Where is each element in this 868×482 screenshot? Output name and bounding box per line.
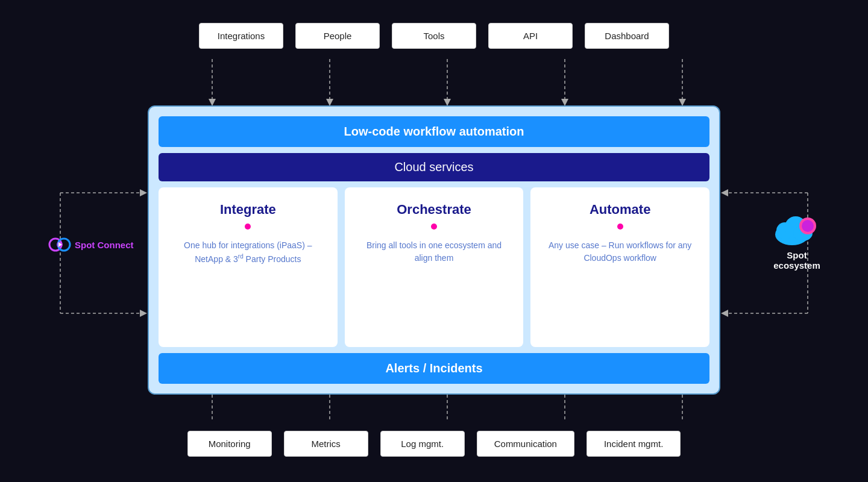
automate-card: Automate Any use case – Run workflows fo… [530, 187, 709, 347]
automate-title: Automate [590, 202, 650, 218]
svg-point-39 [802, 220, 814, 232]
spot-connect-label: Spot Connect [75, 240, 134, 250]
svg-marker-27 [721, 189, 728, 196]
alerts-bar: Alerts / Incidents [159, 353, 709, 384]
orchestrate-text: Bring all tools in one ecosystem and ali… [357, 239, 512, 264]
bottom-labels: Monitoring Metrics Log mgmt. Communicati… [148, 431, 720, 457]
orchestrate-card: Orchestrate Bring all tools in one ecosy… [345, 187, 524, 347]
workflow-bar: Low-code workflow automation [159, 116, 709, 147]
integrate-text: One hub for integrations (iPaaS) – NetAp… [171, 239, 326, 266]
orchestrate-title: Orchestrate [397, 202, 471, 218]
svg-marker-29 [721, 310, 728, 317]
top-label-api: API [488, 23, 573, 49]
top-label-dashboard: Dashboard [585, 23, 669, 49]
spot-connect-icon [48, 233, 71, 256]
spot-ecosystem-icon [773, 211, 821, 248]
top-label-integrations: Integrations [199, 23, 283, 49]
top-label-tools: Tools [392, 23, 476, 49]
spot-connect-logo: Spot Connect [48, 233, 134, 256]
main-box: Low-code workflow automation Cloud servi… [148, 105, 720, 395]
integrate-title: Integrate [220, 202, 276, 218]
orchestrate-dot [431, 224, 437, 230]
cloud-services-bar: Cloud services [159, 153, 709, 181]
top-labels: Integrations People Tools API Dashboard [148, 23, 720, 49]
automate-dot [617, 224, 623, 230]
integrate-card: Integrate One hub for integrations (iPaa… [159, 187, 338, 347]
bottom-label-monitoring: Monitoring [187, 431, 272, 457]
spot-connect-logo-area: Spot Connect [48, 233, 134, 261]
bottom-label-log-mgmt: Log mgmt. [380, 431, 465, 457]
svg-marker-22 [140, 189, 147, 196]
automate-text: Any use case – Run workflows for any Clo… [542, 239, 697, 264]
spot-ecosystem-area: Spotecosystem [773, 211, 821, 271]
bottom-label-communication: Communication [477, 431, 574, 457]
integrate-dot [245, 224, 251, 230]
spot-ecosystem-label: Spotecosystem [773, 250, 820, 271]
bottom-label-metrics: Metrics [284, 431, 368, 457]
top-label-people: People [295, 23, 380, 49]
diagram-container: Integrations People Tools API Dashboard … [42, 12, 826, 470]
cards-row: Integrate One hub for integrations (iPaa… [159, 187, 709, 347]
svg-marker-24 [140, 310, 147, 317]
bottom-label-incident-mgmt: Incident mgmt. [587, 431, 681, 457]
